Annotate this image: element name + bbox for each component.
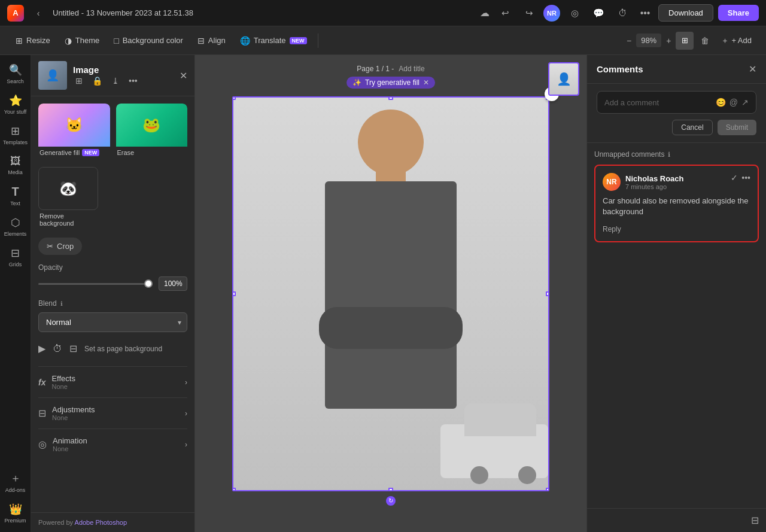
media-icon: 🖼 [10, 155, 21, 168]
more-options-button[interactable]: ••• [637, 5, 653, 22]
handle-middle-right[interactable] [546, 291, 549, 296]
sidebar-item-label: Grids [9, 262, 22, 267]
mention-button[interactable]: @ [729, 98, 738, 107]
comment-card: NR Nicholas Roach 7 minutes ago ✓ ••• Ca… [594, 165, 759, 242]
opacity-row: 100% [38, 276, 187, 291]
comment-input-field[interactable] [604, 98, 711, 107]
comment-icon[interactable]: 💬 [589, 4, 608, 23]
timer-icon[interactable]: ⏱ [53, 343, 62, 354]
erase-card[interactable]: 🐸 Erase [116, 104, 188, 159]
blend-select-wrapper: Normal Multiply Screen Overlay [38, 312, 187, 332]
panel-icon-2[interactable]: 🔒 [90, 75, 105, 87]
zoom-out-button[interactable]: − [624, 34, 634, 48]
sidebar-item-premium[interactable]: 👑 Premium [2, 499, 29, 527]
effects-section[interactable]: fx Effects None › [38, 366, 187, 397]
handle-middle-left[interactable] [232, 291, 236, 296]
avatar[interactable]: NR [543, 5, 560, 22]
resize-icon: ⊞ [16, 36, 23, 45]
panel-icon-3[interactable]: ⤓ [110, 75, 121, 87]
panel-header-left: 👤 Image ⊞ 🔒 ⤓ ••• [38, 61, 140, 90]
opacity-slider[interactable] [38, 283, 153, 285]
panel-more[interactable]: ••• [126, 75, 140, 87]
set-bg-icon[interactable]: ⊟ [69, 343, 77, 354]
translate-button[interactable]: 🌐 Translate NEW [234, 32, 313, 49]
background-color-button[interactable]: □ Background color [108, 32, 189, 49]
adjustments-section[interactable]: ⊟ Adjustments None › [38, 397, 187, 428]
handle-bottom-left[interactable] [232, 488, 236, 491]
sidebar-item-templates[interactable]: ⊞ Templates [2, 121, 29, 149]
remove-background-card[interactable]: 🐼 Remove background [38, 167, 98, 229]
theme-button[interactable]: ◑ Theme [59, 32, 105, 49]
handle-bottom-right[interactable] [546, 488, 549, 491]
reply-button[interactable]: Reply [603, 225, 621, 233]
adjustments-section-left: ⊟ Adjustments None [38, 405, 95, 421]
remove-bg-wrapper: 🐼 Remove background [38, 167, 187, 229]
blend-select[interactable]: Normal Multiply Screen Overlay [38, 312, 187, 332]
remove-bg-preview: 🐼 [38, 167, 98, 210]
opacity-value[interactable]: 100% [159, 276, 187, 291]
sidebar-item-elements[interactable]: ⬡ Elements [2, 212, 29, 241]
share-history-icon[interactable]: ⏱ [613, 4, 632, 23]
sidebar-item-your-stuff[interactable]: ⭐ Your stuff [2, 90, 29, 118]
app-logo[interactable]: A [7, 5, 24, 22]
add-title-link[interactable]: Add title [399, 65, 424, 73]
animation-section[interactable]: ◎ Animation None › [38, 428, 187, 460]
blend-info-icon[interactable]: ℹ [60, 300, 63, 307]
gen-fill-close-button[interactable]: ✕ [423, 78, 429, 87]
resolve-button[interactable]: ✓ [731, 173, 738, 183]
share-button[interactable]: Share [718, 5, 759, 21]
redo-button[interactable]: ↪ [519, 4, 539, 23]
rotate-handle[interactable]: ↻ [386, 496, 396, 506]
delete-button[interactable]: 🗑 [696, 32, 714, 50]
filter-button[interactable]: ⊟ [751, 515, 759, 526]
panel-icon-1[interactable]: ⊞ [73, 75, 85, 87]
set-bg-label[interactable]: Set as page background [84, 345, 162, 353]
sidebar-item-label: Media [8, 169, 23, 175]
handle-top-middle[interactable] [388, 96, 393, 100]
grid-view-button[interactable]: ⊞ [676, 32, 694, 50]
sidebar-item-add-ons[interactable]: ＋ Add-ons [2, 467, 29, 497]
motion-icon[interactable]: ▶ [38, 343, 45, 354]
powered-by: Powered by Adobe Photoshop [31, 512, 194, 532]
erase-label: Erase [116, 147, 188, 159]
sidebar-item-search[interactable]: 🔍 Search [2, 60, 29, 88]
align-button[interactable]: ⊟ Align [192, 32, 232, 49]
link-button[interactable]: ↗ [741, 98, 749, 107]
comment-submit-button[interactable]: Submit [718, 120, 756, 135]
comments-body: Unmapped comments ℹ NR Nicholas Roach 7 … [587, 143, 766, 508]
unmapped-info-icon[interactable]: ℹ [668, 151, 670, 159]
unmapped-section: Unmapped comments ℹ NR Nicholas Roach 7 … [594, 150, 759, 242]
powered-by-brand[interactable]: Adobe Photoshop [75, 519, 127, 526]
person-arms [319, 307, 463, 349]
cloud-icon[interactable]: ☁ [480, 7, 490, 19]
comment-cancel-button[interactable]: Cancel [672, 120, 712, 135]
comment-more-button[interactable]: ••• [741, 173, 750, 183]
effects-text: Effects None [51, 374, 75, 390]
generative-fill-card[interactable]: 🐱 Generative fill NEW [38, 104, 110, 159]
comments-close-button[interactable]: ✕ [749, 63, 756, 75]
sidebar-item-grids[interactable]: ⊟ Grids [2, 243, 29, 271]
thumbnail-preview[interactable]: 👤 [548, 62, 579, 96]
resize-button[interactable]: ⊞ Resize [10, 32, 56, 49]
undo-button[interactable]: ↩ [496, 4, 515, 23]
handle-top-left[interactable] [232, 96, 236, 100]
canvas-image-frame[interactable] [232, 96, 549, 491]
crop-icon: ✂ [47, 242, 53, 251]
add-button[interactable]: ＋ + Add [716, 33, 756, 48]
comments-header: Comments ✕ [587, 55, 766, 84]
thumbnail-image: 👤 [549, 63, 578, 95]
emoji-button[interactable]: 😊 [716, 98, 726, 107]
zoom-in-button[interactable]: + [664, 34, 673, 48]
sidebar-item-label: Your stuff [4, 109, 27, 115]
sidebar-item-text[interactable]: T Text [2, 181, 29, 210]
activity-icon[interactable]: ◎ [565, 4, 584, 23]
sidebar-item-media[interactable]: 🖼 Media [2, 151, 29, 179]
download-button[interactable]: Download [658, 4, 713, 22]
crop-button[interactable]: ✂ Crop [38, 238, 82, 255]
opacity-label: Opacity [38, 263, 187, 272]
back-button[interactable]: ‹ [30, 5, 47, 22]
handle-bottom-middle[interactable] [388, 488, 393, 491]
sidebar-item-label: Text [10, 200, 20, 206]
panel-close-button[interactable]: ✕ [180, 70, 187, 81]
zoom-value[interactable]: 98% [636, 34, 661, 47]
